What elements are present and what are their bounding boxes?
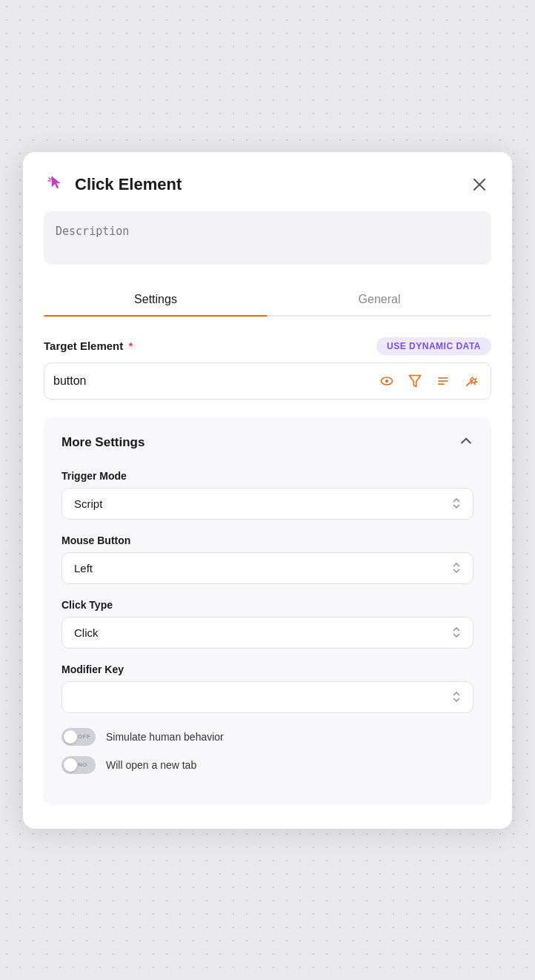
modal-header: Click Element [44,173,491,196]
trigger-mode-label: Trigger Mode [62,470,473,482]
target-element-label: Target Element * [44,340,133,352]
more-settings-header: More Settings [62,434,473,452]
toggle-off-label-simulate: OFF [78,733,90,740]
tab-general[interactable]: General [268,285,491,315]
required-indicator: * [125,340,133,352]
mouse-button-group: Mouse Button Left Right Middle [62,534,473,584]
simulate-human-label: Simulate human behavior [106,731,224,743]
toggle-knob-newtab [64,758,77,772]
click-element-icon [44,173,67,196]
tabs-bar: Settings General [44,285,491,317]
svg-point-4 [385,379,388,382]
simulate-human-toggle[interactable]: OFF [62,728,96,746]
eye-icon-button[interactable] [376,371,397,391]
modal-title: Click Element [75,175,182,194]
title-group: Click Element [44,173,182,196]
target-element-input-row [44,362,491,400]
trigger-mode-group: Trigger Mode Script Auto Manual [62,470,473,520]
close-button[interactable] [468,173,491,196]
svg-line-2 [49,178,50,179]
simulate-human-row: OFF Simulate human behavior [62,728,473,746]
use-dynamic-data-button[interactable]: USE DYNAMIC DATA [376,337,491,355]
filter-icon-button[interactable] [405,371,425,391]
toggle-no-label-newtab: NO [78,761,87,768]
modifier-key-label: Modifier Key [62,663,473,675]
new-tab-row: NO Will open a new tab [62,756,473,774]
toggle-knob-simulate [64,730,77,744]
target-icons-group [376,371,482,391]
target-element-row: Target Element * USE DYNAMIC DATA [44,337,491,355]
new-tab-toggle[interactable]: NO [62,756,96,774]
magic-icon-button[interactable] [461,371,482,391]
more-settings-card: More Settings Trigger Mode Script Auto M… [44,417,491,805]
list-icon-button[interactable] [433,371,453,391]
click-type-group: Click Type Click Double Click Right Clic… [62,599,473,649]
modifier-key-select[interactable]: Alt Ctrl Shift Meta [62,681,473,713]
new-tab-label: Will open a new tab [106,759,196,771]
target-element-input[interactable] [53,374,376,388]
click-type-select[interactable]: Click Double Click Right Click [62,617,473,649]
tab-settings[interactable]: Settings [44,285,268,315]
svg-marker-5 [410,375,421,386]
trigger-mode-select[interactable]: Script Auto Manual [62,488,473,520]
mouse-button-label: Mouse Button [62,534,473,546]
more-settings-title: More Settings [62,435,144,450]
click-type-label: Click Type [62,599,473,611]
mouse-button-select[interactable]: Left Right Middle [62,552,473,584]
collapse-button[interactable] [459,434,473,452]
click-element-modal: Click Element Settings General Target El… [23,152,512,829]
description-input[interactable] [44,211,491,265]
modifier-key-group: Modifier Key Alt Ctrl Shift Meta [62,663,473,713]
